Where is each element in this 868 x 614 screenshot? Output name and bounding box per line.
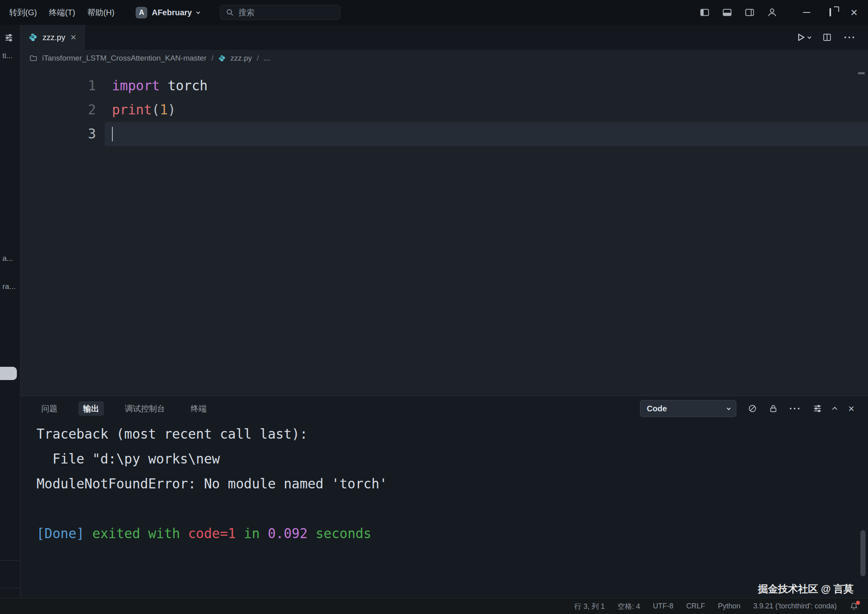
code-line[interactable]: 1import torch [20, 74, 868, 98]
menu-bar: 转到(G)终端(T)帮助(H) [0, 7, 120, 18]
selected-tree-item[interactable] [0, 367, 17, 380]
status-item[interactable]: UTF-8 [653, 602, 673, 610]
status-item[interactable]: Python [718, 602, 740, 610]
output-segment: Traceback (most recent call last): [37, 426, 308, 442]
restore-icon [829, 8, 831, 16]
toggle-panel-icon[interactable] [722, 7, 732, 18]
accounts-icon[interactable] [767, 7, 777, 18]
lock-scroll-icon[interactable] [768, 404, 778, 413]
scrollbar-thumb[interactable] [860, 530, 866, 576]
chevron-down-icon [196, 10, 200, 14]
output-line: File "d:\py works\new [37, 447, 868, 472]
main-area: ti...a...ra... zzz.py × [0, 25, 868, 598]
run-dropdown-chevron-icon[interactable] [807, 35, 811, 39]
output-line: [Done] exited with code=1 in 0.092 secon… [37, 521, 868, 546]
minimize-icon [803, 12, 810, 13]
minimize-button[interactable] [803, 12, 810, 13]
code-line-text: import torch [105, 74, 868, 98]
line-number: 2 [20, 98, 105, 122]
toggle-secondary-sidebar-icon[interactable] [744, 7, 755, 18]
more-actions-icon[interactable]: ··· [789, 403, 801, 414]
tree-item-fragment[interactable]: ti... [2, 51, 12, 60]
panel-tab[interactable]: 终端 [186, 401, 211, 416]
filter-icon[interactable] [813, 404, 822, 413]
output-segment: 0.092 [268, 526, 307, 541]
chevron-down-icon [727, 406, 731, 410]
python-file-icon [28, 33, 37, 42]
status-item[interactable]: 3.9.21 ('torchthird': conda) [753, 602, 837, 610]
divider [0, 588, 20, 588]
titlebar-right: × [699, 6, 868, 18]
code-line[interactable]: 2print(1) [20, 98, 868, 122]
panel-tab[interactable]: 问题 [37, 401, 62, 416]
status-item[interactable]: CRLF [686, 602, 705, 610]
breadcrumb-root[interactable]: iTansformer_LSTM_CrossAttention_KAN-mast… [42, 54, 207, 63]
profile-menu[interactable]: A AFebruary [136, 7, 199, 18]
search-icon [226, 8, 234, 16]
sidebar-strip: ti...a...ra... [0, 25, 20, 598]
avatar: A [136, 7, 147, 18]
restore-button[interactable] [829, 9, 831, 16]
panel-actions: Code ··· [640, 400, 854, 417]
menu-item[interactable]: 终端(T) [43, 7, 81, 18]
tree-item-fragment[interactable]: a... [2, 254, 13, 263]
notification-badge [856, 601, 860, 605]
output-content: Traceback (most recent call last): File … [20, 421, 868, 598]
notifications-button[interactable] [850, 602, 858, 611]
menu-item[interactable]: 转到(G) [3, 7, 43, 18]
code-line[interactable]: 3 [20, 122, 868, 146]
code-line-text [105, 122, 868, 146]
folder-icon [29, 54, 37, 62]
code-token: ( [152, 102, 160, 118]
breadcrumb-file[interactable]: zzz.py [230, 54, 252, 63]
output-line: Traceback (most recent call last): [37, 422, 868, 447]
panel-tab[interactable]: 输出 [78, 401, 104, 416]
code-line-text: print(1) [105, 98, 868, 122]
split-editor-icon[interactable] [822, 33, 832, 42]
tree-item-fragment[interactable]: ra... [2, 282, 16, 291]
panel-header: 问题输出调试控制台终端 Code [20, 396, 868, 421]
output-segment: File "d:\py works\new [37, 451, 220, 467]
toggle-primary-sidebar-icon[interactable] [699, 7, 710, 18]
more-actions-icon[interactable]: ··· [844, 32, 856, 43]
tab-close-icon[interactable]: × [71, 33, 76, 42]
editor-actions: ··· [796, 25, 868, 50]
status-item[interactable]: 空格: 4 [618, 602, 640, 611]
tab-bar: zzz.py × ··· [20, 25, 868, 50]
output-segment: seconds [308, 526, 372, 541]
divider [0, 560, 20, 561]
filter-icon[interactable] [4, 33, 14, 43]
output-line: ModuleNotFoundError: No module named 'to… [37, 472, 868, 496]
vscode-window: 转到(G)终端(T)帮助(H) A AFebruary 搜索 [0, 0, 868, 614]
code-area[interactable]: 1import torch2print(1)3 [20, 67, 868, 396]
code-token: print [112, 102, 152, 118]
statusbar: 行 3, 列 1空格: 4UTF-8CRLFPython3.9.21 ('tor… [0, 598, 868, 614]
run-button[interactable] [796, 33, 810, 42]
output-segment: ModuleNotFoundError: No module named 'to… [37, 476, 387, 492]
maximize-panel-icon[interactable] [832, 407, 838, 412]
search-input[interactable]: 搜索 [220, 5, 340, 20]
breadcrumb-symbol[interactable]: ... [264, 54, 270, 63]
output-segment: code=1 [188, 526, 236, 541]
code-token: import [112, 78, 160, 94]
titlebar: 转到(G)终端(T)帮助(H) A AFebruary 搜索 [0, 0, 868, 25]
output-channel-value: Code [647, 404, 667, 413]
status-items: 行 3, 列 1空格: 4UTF-8CRLFPython3.9.21 ('tor… [574, 602, 837, 611]
tab-label: zzz.py [43, 33, 65, 42]
text-cursor [112, 127, 113, 141]
clear-output-icon[interactable] [748, 404, 757, 413]
output-segment: [Done] [37, 526, 84, 541]
output-channel-select[interactable]: Code [640, 400, 736, 417]
status-item[interactable]: 行 3, 列 1 [574, 602, 605, 611]
menu-item[interactable]: 帮助(H) [81, 7, 120, 18]
close-panel-icon[interactable]: × [848, 403, 854, 414]
close-window-button[interactable]: × [850, 6, 858, 18]
bottom-panel: 问题输出调试控制台终端 Code [20, 396, 868, 598]
output-line [37, 496, 868, 521]
panel-tab-bar: 问题输出调试控制台终端 [37, 401, 228, 416]
search-placeholder: 搜索 [238, 7, 254, 18]
line-number: 1 [20, 74, 105, 98]
breadcrumb: iTansformer_LSTM_CrossAttention_KAN-mast… [20, 50, 868, 67]
panel-tab[interactable]: 调试控制台 [120, 401, 170, 416]
tab-zzz-py[interactable]: zzz.py × [20, 25, 85, 50]
